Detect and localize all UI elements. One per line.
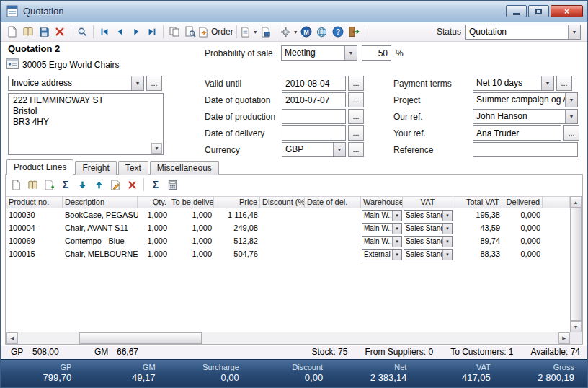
currency-select[interactable]: GBP ▼ (282, 142, 346, 157)
web-button[interactable] (314, 24, 330, 40)
horizontal-scroll-thumb[interactable] (79, 332, 202, 344)
warehouse-select[interactable]: Main W..▼ (362, 236, 402, 247)
search-button[interactable] (74, 24, 90, 40)
vertical-scrollbar[interactable]: ▲ ▼ (570, 196, 582, 332)
find-document-button[interactable] (182, 24, 198, 40)
move-line-down-button[interactable] (74, 177, 90, 193)
copy-button[interactable] (166, 24, 182, 40)
sum-lines-button[interactable]: Σ (148, 177, 164, 193)
address-type-select[interactable]: Invoice address ▼ (8, 76, 144, 91)
tab-miscellaneous[interactable]: Miscellaneous (150, 161, 219, 175)
column-header-total-vat[interactable]: Total VAT (453, 197, 502, 208)
cell-vat: Sales Standa▼ (403, 209, 453, 222)
nav-first-button[interactable] (97, 24, 112, 40)
address-scroll-down-button[interactable]: ▼ (151, 143, 162, 154)
delete-button[interactable] (52, 24, 68, 40)
column-header-delivered[interactable]: Delivered (502, 197, 543, 208)
edit-line-button[interactable] (107, 177, 123, 193)
column-header-warehouse[interactable]: Warehouse (361, 197, 403, 208)
nav-next-button[interactable] (128, 24, 144, 40)
table-row[interactable]: 100030BookCase, PEGASU1,0001,0001 116,48… (6, 209, 570, 222)
address-box[interactable]: 222 HEMMINGWAY ST Bristol BR3 4HY ▼ (8, 93, 164, 155)
maximize-button[interactable] (528, 5, 549, 17)
date-of-production-lookup-button[interactable]: ... (348, 109, 364, 124)
date-of-quotation-input[interactable] (282, 92, 346, 107)
move-line-up-button[interactable] (91, 177, 107, 193)
date-of-delivery-lookup-button[interactable]: ... (348, 125, 364, 141)
table-row[interactable]: 100069Contempo - Blue1,0001,000512,82Mai… (6, 235, 570, 248)
horizontal-scrollbar[interactable]: ◀ ▶ (6, 332, 570, 344)
warehouse-value: External (362, 250, 392, 260)
probability-select[interactable]: Meeting ▼ (281, 45, 357, 61)
line-lookup-button[interactable] (24, 177, 40, 193)
m-module-button[interactable]: M (298, 24, 314, 40)
vertical-scroll-thumb[interactable] (570, 208, 582, 321)
vat-select[interactable]: Sales Standa▼ (404, 210, 453, 221)
column-header-date-of-delivery[interactable]: Date of del. (305, 197, 361, 208)
status-select[interactable]: Quotation ▼ (466, 25, 581, 40)
scroll-down-button[interactable]: ▼ (570, 321, 582, 332)
column-header-product-no[interactable]: Product no. (6, 197, 63, 208)
vat-select[interactable]: Sales Standa▼ (404, 249, 453, 260)
insert-line-button[interactable] (41, 177, 57, 193)
tab-text[interactable]: Text (118, 161, 148, 175)
address-lookup-button[interactable]: ... (146, 76, 162, 91)
column-header-description[interactable]: Description (63, 197, 138, 208)
new-button[interactable] (4, 24, 20, 40)
nav-prev-button[interactable] (112, 24, 128, 40)
exit-button[interactable] (346, 24, 362, 40)
warehouse-select[interactable]: Main W..▼ (362, 210, 402, 221)
new-line-button[interactable] (8, 177, 24, 193)
reference-input[interactable] (473, 142, 578, 157)
date-of-quotation-lookup-button[interactable]: ... (348, 92, 364, 107)
scroll-left-button[interactable]: ◀ (6, 332, 18, 344)
warehouse-select[interactable]: Main W..▼ (362, 223, 402, 234)
export-document-button[interactable] (258, 24, 274, 40)
probability-percent-input[interactable] (362, 45, 391, 61)
valid-until-input[interactable] (282, 76, 346, 91)
project-select[interactable]: Summer campaign og Av ▼ (473, 92, 578, 107)
date-of-delivery-input[interactable] (282, 125, 346, 141)
warehouse-select[interactable]: External▼ (362, 249, 402, 260)
date-of-production-input[interactable] (282, 109, 346, 124)
payment-terms-lookup-button[interactable]: ... (556, 76, 572, 91)
horizontal-scroll-track[interactable] (18, 332, 558, 344)
title-bar[interactable]: Quotation × (1, 1, 587, 22)
table-row[interactable]: 100015Chair, MELBOURNE1,0001,000504,76Ex… (6, 248, 570, 261)
column-header-price[interactable]: Price (214, 197, 260, 208)
order-button[interactable]: Order (198, 24, 233, 40)
tab-freight[interactable]: Freight (75, 161, 116, 175)
scroll-up-button[interactable]: ▲ (570, 196, 582, 208)
close-button[interactable]: × (551, 5, 583, 17)
line-gp-value: 508,00 (32, 347, 59, 357)
minimize-button[interactable] (506, 5, 527, 17)
scroll-right-button[interactable]: ▶ (558, 332, 570, 344)
table-row[interactable]: 100004Chair, AVANT S111,0001,000249,08Ma… (6, 222, 570, 235)
print-menu-button[interactable]: ▼ (240, 24, 258, 40)
tab-product-lines[interactable]: Product Lines (6, 159, 74, 175)
your-ref-lookup-button[interactable]: ... (564, 125, 579, 141)
save-button[interactable] (36, 24, 52, 40)
customer-row[interactable]: 30005 Ergo World Chairs (6, 58, 120, 71)
vat-select[interactable]: Sales Standa▼ (404, 223, 453, 234)
open-button[interactable] (20, 24, 36, 40)
nav-last-button[interactable] (144, 24, 160, 40)
summary-surcharge-value: 0,00 (169, 372, 239, 383)
summary-net-value: 2 383,14 (336, 372, 406, 383)
sum-selected-button[interactable]: Σ (58, 177, 74, 193)
recalculate-button[interactable] (164, 177, 180, 193)
column-header-to-be-delivered[interactable]: To be deliver (169, 197, 214, 208)
column-header-discount[interactable]: Discount (% (260, 197, 305, 208)
column-header-qty[interactable]: Qty. (138, 197, 169, 208)
help-button[interactable]: ? (330, 24, 346, 40)
column-header-vat[interactable]: VAT (403, 197, 453, 208)
your-ref-input[interactable] (473, 125, 561, 141)
delete-line-button[interactable] (124, 177, 140, 193)
valid-until-lookup-button[interactable]: ... (348, 76, 364, 91)
vat-select[interactable]: Sales Standa▼ (404, 236, 453, 247)
payment-terms-select[interactable]: Net 10 days ▼ (473, 76, 554, 91)
vertical-scroll-track[interactable] (570, 208, 582, 321)
currency-lookup-button[interactable]: ... (348, 142, 364, 157)
our-ref-select[interactable]: John Hanson ▼ (473, 109, 578, 124)
tools-menu-button[interactable]: ▼ (280, 24, 298, 40)
